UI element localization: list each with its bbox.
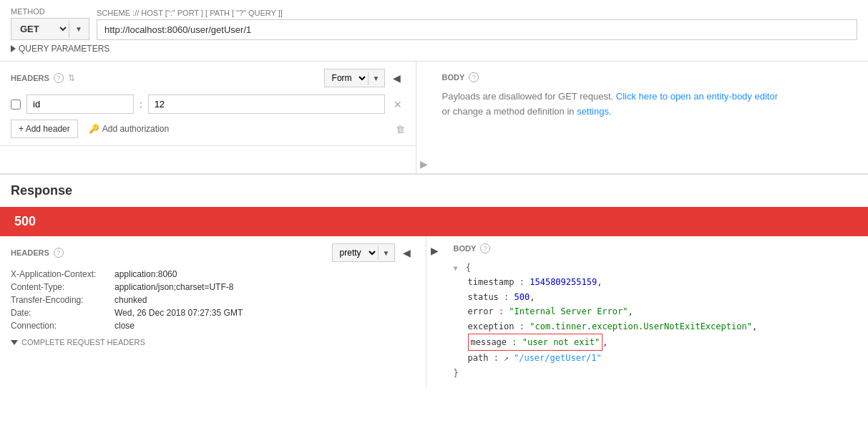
header-val: chunked <box>114 295 147 305</box>
header-value-input[interactable] <box>148 94 385 114</box>
header-key: Connection: <box>11 321 111 331</box>
pretty-select-wrap: prettyraw ▼ <box>332 243 395 262</box>
triangle-right-icon <box>11 45 16 52</box>
complete-headers-label: COMPLETE REQUEST HEADERS <box>21 338 145 346</box>
body-info-icon[interactable]: ? <box>469 72 479 82</box>
response-title: Response <box>0 175 868 207</box>
add-authorization-button[interactable]: 🔑 Add authorization <box>89 124 169 134</box>
response-headers-info-icon[interactable]: ? <box>54 248 64 258</box>
trash-icon[interactable]: 🗑 <box>396 124 405 135</box>
response-header-table: X-Application-Context: application:8060 … <box>11 269 415 331</box>
table-row: Date: Wed, 26 Dec 2018 07:27:35 GMT <box>11 308 415 318</box>
status-bar: 500 <box>0 207 868 236</box>
settings-link[interactable]: settings. <box>577 106 611 117</box>
header-key: X-Application-Context: <box>11 269 111 279</box>
headers-sort-icon[interactable]: ⇅ <box>68 73 75 83</box>
body-label: BODY <box>442 73 465 82</box>
header-delete-icon[interactable]: ✕ <box>391 97 405 112</box>
body-message: Payloads are disallowed for GET request.… <box>442 89 858 120</box>
header-key: Transfer-Encoding: <box>11 295 111 305</box>
response-headers-label: HEADERS <box>11 248 49 257</box>
table-row: Connection: close <box>11 321 415 331</box>
table-row: Transfer-Encoding: chunked <box>11 295 415 305</box>
header-row: : ✕ <box>11 94 405 114</box>
header-key: Content-Type: <box>11 282 111 292</box>
query-params-toggle[interactable]: QUERY PARAMETERS <box>11 44 109 54</box>
header-key-input[interactable] <box>26 94 134 114</box>
path-link[interactable]: "/user/getUser/1" <box>514 353 602 363</box>
add-header-button[interactable]: + Add header <box>11 120 78 138</box>
query-params-label: QUERY PARAMETERS <box>19 44 109 54</box>
method-label: METHOD <box>11 7 89 16</box>
left-panel-expand[interactable]: ▶ <box>416 155 431 173</box>
header-checkbox[interactable] <box>11 100 21 110</box>
header-colon: : <box>140 99 142 110</box>
triangle-down-icon <box>11 340 18 345</box>
method-select-wrap: GETPOSTPUTDELETE ▼ <box>11 18 89 40</box>
response-body-info-icon[interactable]: ? <box>480 243 490 253</box>
json-expand-icon[interactable]: ▼ <box>454 264 458 272</box>
json-body: ▼ { timestamp : 1545809255159, status : … <box>454 261 858 380</box>
header-val: application:8060 <box>114 269 177 279</box>
header-val: application/json;charset=UTF-8 <box>114 282 233 292</box>
add-auth-label: Add authorization <box>102 124 169 134</box>
complete-request-headers-toggle[interactable]: COMPLETE REQUEST HEADERS <box>11 338 415 346</box>
pretty-dropdown-icon[interactable]: ▼ <box>378 246 394 260</box>
scheme-label: SCHEME :// HOST [":" PORT ] [ PATH [ "?"… <box>97 9 857 17</box>
form-select-wrap: FormRaw ▼ <box>324 69 385 87</box>
header-val: Wed, 26 Dec 2018 07:27:35 GMT <box>114 308 243 318</box>
entity-body-link[interactable]: Click here to open an entity-body editor <box>616 91 778 102</box>
form-dropdown-icon[interactable]: ▼ <box>368 72 384 85</box>
headers-info-icon[interactable]: ? <box>54 73 64 83</box>
path-external-link-icon[interactable]: ↗ <box>504 354 509 363</box>
response-body-label: BODY <box>454 244 477 253</box>
table-row: X-Application-Context: application:8060 <box>11 269 415 279</box>
url-input[interactable] <box>97 19 857 40</box>
header-key: Date: <box>11 308 111 318</box>
method-dropdown-icon[interactable]: ▼ <box>69 21 88 37</box>
form-select[interactable]: FormRaw <box>325 69 368 87</box>
response-right-expand[interactable]: ▶ <box>426 243 443 258</box>
headers-collapse-left[interactable]: ◀ <box>389 71 405 85</box>
header-val: close <box>114 321 135 331</box>
response-headers-collapse[interactable]: ◀ <box>399 246 415 260</box>
pretty-select[interactable]: prettyraw <box>333 244 378 261</box>
method-select[interactable]: GETPOSTPUTDELETE <box>11 19 69 39</box>
table-row: Content-Type: application/json;charset=U… <box>11 282 415 292</box>
headers-label: HEADERS <box>11 74 49 82</box>
